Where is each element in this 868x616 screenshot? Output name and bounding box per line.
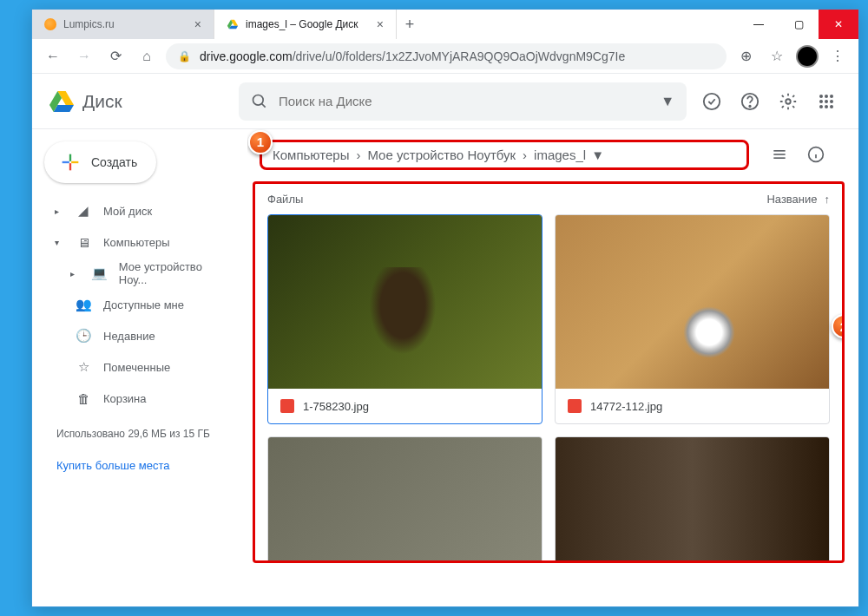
chevron-right-icon: ▸ xyxy=(55,206,63,216)
files-area: 2 Файлы Название ↑ 1-758230.jpg xyxy=(253,181,845,563)
sidebar-item-label: Доступные мне xyxy=(103,298,184,311)
sidebar-item-computers[interactable]: ▾ 🖥 Компьютеры xyxy=(39,226,240,258)
search-icon xyxy=(251,93,268,110)
sidebar-item-device[interactable]: ▸ 💻 Мое устройство Ноу... xyxy=(39,258,240,289)
browser-tab[interactable]: Lumpics.ru × xyxy=(32,10,214,39)
breadcrumb: 1 Компьютеры › Мое устройство Ноутбук › … xyxy=(260,140,749,170)
image-file-icon xyxy=(568,399,582,413)
chevron-down-icon: ▾ xyxy=(55,238,63,247)
reload-button[interactable]: ⟳ xyxy=(103,44,128,69)
close-window-button[interactable]: ✕ xyxy=(819,10,858,39)
profile-avatar[interactable] xyxy=(796,45,819,68)
callout-badge-2: 2 xyxy=(832,314,845,338)
url-text: drive.google.com/drive/u/0/folders/1x2ZJ… xyxy=(200,49,625,63)
buy-storage-link[interactable]: Купить больше места xyxy=(39,454,240,477)
create-button[interactable]: Создать xyxy=(44,141,156,183)
svg-point-8 xyxy=(830,95,833,98)
create-label: Создать xyxy=(91,155,137,169)
storage-text: Использовано 29,6 МБ из 15 ГБ xyxy=(39,414,240,454)
forward-button[interactable]: → xyxy=(72,44,96,69)
drive-logo[interactable]: Диск xyxy=(48,88,230,115)
window-controls: — ▢ ✕ xyxy=(739,10,858,39)
svg-point-7 xyxy=(825,95,828,98)
minimize-button[interactable]: — xyxy=(739,10,779,39)
drive-icon: ◢ xyxy=(76,203,91,219)
breadcrumb-item[interactable]: Мое устройство Ноутбук xyxy=(367,147,516,162)
svg-point-10 xyxy=(825,100,828,103)
lock-icon: 🔒 xyxy=(178,50,191,62)
offline-ready-icon[interactable] xyxy=(695,85,728,118)
drive-logo-icon xyxy=(48,88,76,115)
details-icon[interactable] xyxy=(799,138,832,171)
sidebar-item-label: Помеченные xyxy=(103,361,170,374)
arrow-up-icon: ↑ xyxy=(825,193,831,206)
sidebar-item-my-drive[interactable]: ▸ ◢ Мой диск xyxy=(39,195,240,226)
help-icon[interactable] xyxy=(733,85,766,118)
sidebar-item-starred[interactable]: ☆ Помеченные xyxy=(39,351,240,383)
file-card[interactable]: 1-758230.jpg xyxy=(267,214,542,424)
apps-grid-icon[interactable] xyxy=(810,85,843,118)
svg-point-0 xyxy=(253,95,264,105)
sort-control[interactable]: Название ↑ xyxy=(766,193,830,206)
zoom-icon[interactable]: ⊕ xyxy=(733,44,758,69)
sidebar-item-trash[interactable]: 🗑 Корзина xyxy=(39,383,240,414)
breadcrumb-item-current[interactable]: images_l ▼ xyxy=(534,147,604,162)
search-options-icon[interactable]: ▼ xyxy=(661,94,674,109)
titlebar: Lumpics.ru × images_l – Google Диск × + … xyxy=(32,10,858,39)
list-view-icon[interactable] xyxy=(763,138,796,171)
url-bar: ← → ⟳ ⌂ 🔒 drive.google.com/drive/u/0/fol… xyxy=(32,39,858,74)
svg-point-2 xyxy=(704,93,720,108)
computer-icon: 🖥 xyxy=(76,235,91,250)
main-panel: 1 Компьютеры › Мое устройство Ноутбук › … xyxy=(247,129,858,606)
file-card[interactable] xyxy=(555,436,830,563)
sidebar-item-label: Компьютеры xyxy=(103,236,170,249)
dropdown-icon: ▼ xyxy=(591,147,604,162)
chevron-right-icon: ▸ xyxy=(70,269,79,279)
chevron-right-icon: › xyxy=(356,147,360,162)
favicon-icon xyxy=(227,18,239,30)
shared-icon: 👥 xyxy=(76,297,91,312)
sidebar-item-shared[interactable]: 👥 Доступные мне xyxy=(39,289,240,320)
svg-line-1 xyxy=(262,103,266,107)
svg-point-5 xyxy=(786,99,791,104)
file-thumbnail xyxy=(556,215,829,389)
favicon-icon xyxy=(44,18,56,30)
sidebar-item-label: Недавние xyxy=(103,330,155,343)
menu-icon[interactable]: ⋮ xyxy=(825,44,850,69)
maximize-button[interactable]: ▢ xyxy=(779,10,819,39)
sidebar-item-recent[interactable]: 🕒 Недавние xyxy=(39,320,240,351)
breadcrumb-item[interactable]: Компьютеры xyxy=(273,147,349,162)
settings-icon[interactable] xyxy=(772,85,805,118)
sidebar: Создать ▸ ◢ Мой диск ▾ 🖥 Компьютеры ▸ 💻 … xyxy=(32,129,247,606)
sidebar-item-label: Корзина xyxy=(103,392,147,405)
file-card[interactable]: 14772-112.jpg xyxy=(555,214,830,424)
browser-tab[interactable]: images_l – Google Диск × xyxy=(214,10,397,39)
search-input[interactable] xyxy=(279,94,650,108)
close-tab-icon[interactable]: × xyxy=(377,17,384,31)
tab-strip: Lumpics.ru × images_l – Google Диск × + xyxy=(32,10,739,39)
svg-point-13 xyxy=(825,105,828,108)
bookmark-icon[interactable]: ☆ xyxy=(765,44,789,69)
app-title: Диск xyxy=(82,91,122,112)
file-thumbnail xyxy=(556,437,829,563)
file-thumbnail xyxy=(268,215,542,389)
address-field[interactable]: 🔒 drive.google.com/drive/u/0/folders/1x2… xyxy=(166,43,727,69)
callout-badge-1: 1 xyxy=(248,130,273,154)
file-name: 1-758230.jpg xyxy=(303,400,369,413)
back-button[interactable]: ← xyxy=(41,44,65,69)
files-grid: 1-758230.jpg 14772-112.jpg xyxy=(267,214,830,563)
search-box[interactable]: ▼ xyxy=(239,82,687,121)
sidebar-item-label: Мое устройство Ноу... xyxy=(119,260,232,286)
home-button[interactable]: ⌂ xyxy=(135,44,159,69)
svg-point-4 xyxy=(749,105,750,106)
file-card[interactable] xyxy=(267,436,542,563)
close-tab-icon[interactable]: × xyxy=(194,17,201,31)
browser-window: Lumpics.ru × images_l – Google Диск × + … xyxy=(31,9,859,607)
svg-point-11 xyxy=(830,100,833,103)
file-name: 14772-112.jpg xyxy=(590,400,662,413)
laptop-icon: 💻 xyxy=(91,265,107,281)
svg-point-9 xyxy=(819,100,823,103)
plus-icon xyxy=(58,150,82,174)
new-tab-button[interactable]: + xyxy=(397,10,423,39)
sidebar-item-label: Мой диск xyxy=(103,205,152,218)
